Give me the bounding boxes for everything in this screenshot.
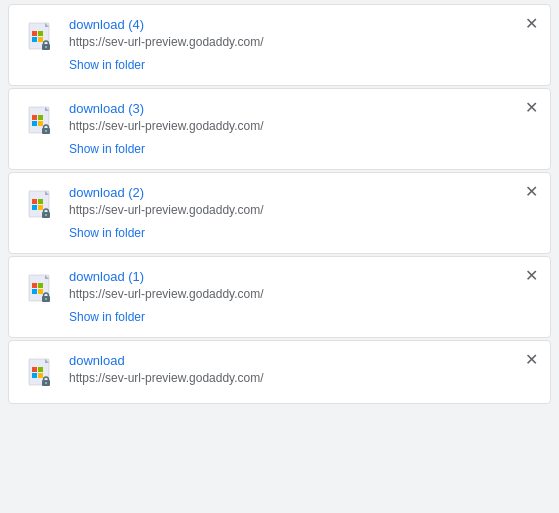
close-button[interactable]: ✕ xyxy=(522,183,540,201)
download-title[interactable]: download (4) xyxy=(69,17,536,32)
close-button[interactable]: ✕ xyxy=(522,15,540,33)
show-in-folder-link[interactable]: Show in folder xyxy=(69,310,145,324)
svg-rect-15 xyxy=(38,121,43,126)
svg-rect-40 xyxy=(38,367,43,372)
svg-rect-6 xyxy=(38,37,43,42)
download-item: download (4) https://sev-url-preview.god… xyxy=(8,4,551,86)
file-icon xyxy=(23,103,59,139)
svg-rect-23 xyxy=(32,205,37,210)
show-in-folder-link[interactable]: Show in folder xyxy=(69,226,145,240)
svg-rect-24 xyxy=(38,205,43,210)
svg-rect-13 xyxy=(38,115,43,120)
svg-point-26 xyxy=(45,214,47,216)
download-content: download https://sev-url-preview.godaddy… xyxy=(69,353,536,391)
svg-rect-21 xyxy=(32,199,37,204)
svg-rect-22 xyxy=(38,199,43,204)
download-url: https://sev-url-preview.godaddy.com/ xyxy=(69,203,536,217)
download-url: https://sev-url-preview.godaddy.com/ xyxy=(69,119,536,133)
svg-rect-12 xyxy=(32,115,37,120)
svg-rect-3 xyxy=(32,31,37,36)
download-item: download https://sev-url-preview.godaddy… xyxy=(8,340,551,404)
close-button[interactable]: ✕ xyxy=(522,267,540,285)
file-icon xyxy=(23,19,59,55)
file-icon xyxy=(23,355,59,391)
svg-rect-33 xyxy=(38,289,43,294)
show-in-folder-link[interactable]: Show in folder xyxy=(69,58,145,72)
download-url: https://sev-url-preview.godaddy.com/ xyxy=(69,287,536,301)
download-content: download (1) https://sev-url-preview.god… xyxy=(69,269,536,325)
svg-rect-42 xyxy=(38,373,43,378)
close-button[interactable]: ✕ xyxy=(522,351,540,369)
download-title[interactable]: download (2) xyxy=(69,185,536,200)
download-title[interactable]: download (3) xyxy=(69,101,536,116)
svg-point-17 xyxy=(45,130,47,132)
download-list: download (4) https://sev-url-preview.god… xyxy=(0,0,559,408)
svg-rect-4 xyxy=(38,31,43,36)
download-title[interactable]: download (1) xyxy=(69,269,536,284)
svg-point-35 xyxy=(45,298,47,300)
svg-rect-30 xyxy=(32,283,37,288)
svg-rect-39 xyxy=(32,367,37,372)
svg-rect-32 xyxy=(32,289,37,294)
download-item: download (2) https://sev-url-preview.god… xyxy=(8,172,551,254)
download-url: https://sev-url-preview.godaddy.com/ xyxy=(69,371,536,385)
svg-rect-31 xyxy=(38,283,43,288)
download-item: download (1) https://sev-url-preview.god… xyxy=(8,256,551,338)
download-content: download (2) https://sev-url-preview.god… xyxy=(69,185,536,241)
download-title[interactable]: download xyxy=(69,353,536,368)
download-url: https://sev-url-preview.godaddy.com/ xyxy=(69,35,536,49)
show-in-folder-link[interactable]: Show in folder xyxy=(69,142,145,156)
file-icon xyxy=(23,271,59,307)
svg-point-44 xyxy=(45,382,47,384)
download-content: download (4) https://sev-url-preview.god… xyxy=(69,17,536,73)
close-button[interactable]: ✕ xyxy=(522,99,540,117)
file-icon xyxy=(23,187,59,223)
download-item: download (3) https://sev-url-preview.god… xyxy=(8,88,551,170)
svg-point-8 xyxy=(45,46,47,48)
download-content: download (3) https://sev-url-preview.god… xyxy=(69,101,536,157)
svg-rect-14 xyxy=(32,121,37,126)
svg-rect-5 xyxy=(32,37,37,42)
svg-rect-41 xyxy=(32,373,37,378)
